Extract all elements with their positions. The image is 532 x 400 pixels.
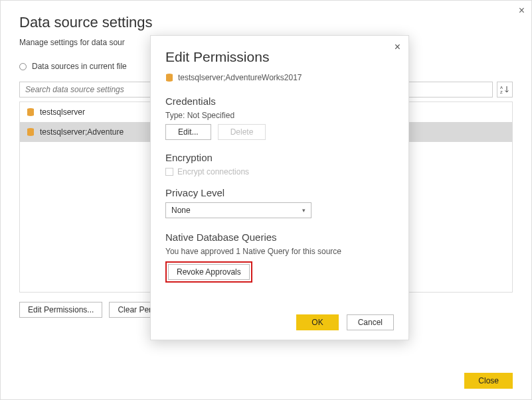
- data-source-label: testsqlserver: [40, 107, 85, 117]
- encryption-heading: Encryption: [165, 152, 394, 163]
- scope-radio-label: Data sources in current file: [32, 62, 127, 71]
- edit-permissions-dialog: × Edit Permissions testsqlserver;Adventu…: [150, 35, 409, 340]
- privacy-level-select[interactable]: None ▾: [165, 202, 311, 218]
- svg-text:Z: Z: [500, 90, 503, 94]
- chevron-down-icon: ▾: [302, 207, 306, 214]
- dialog-title: Edit Permissions: [165, 49, 394, 65]
- svg-text:A: A: [500, 86, 503, 90]
- checkbox-icon: [165, 168, 173, 176]
- revoke-approvals-button[interactable]: Revoke Approvals: [168, 264, 250, 280]
- close-icon[interactable]: ×: [519, 5, 525, 17]
- native-queries-note: You have approved 1 Native Query for thi…: [165, 247, 394, 256]
- credentials-type: Type: Not Specified: [165, 111, 394, 120]
- database-icon: [27, 107, 35, 117]
- dialog-entity: testsqlserver;AdventureWorks2017: [165, 73, 394, 82]
- encrypt-connections-label: Encrypt connections: [177, 167, 249, 176]
- revoke-approvals-highlight: Revoke Approvals: [165, 261, 252, 283]
- dialog-close-icon[interactable]: ×: [395, 41, 400, 53]
- edit-credentials-button[interactable]: Edit...: [165, 124, 211, 140]
- privacy-level-heading: Privacy Level: [165, 187, 394, 198]
- ok-button[interactable]: OK: [296, 314, 338, 330]
- encrypt-connections-checkbox: Encrypt connections: [165, 167, 394, 176]
- delete-credentials-button: Delete: [218, 124, 266, 140]
- page-title: Data source settings: [19, 14, 513, 31]
- database-icon: [27, 127, 35, 137]
- privacy-level-value: None: [171, 206, 191, 215]
- radio-icon: [19, 63, 27, 70]
- close-button[interactable]: Close: [464, 373, 513, 389]
- credentials-heading: Credentials: [165, 96, 394, 107]
- sort-az-icon: A Z: [500, 85, 509, 94]
- data-source-label: testsqlserver;Adventure: [40, 127, 124, 137]
- sort-button[interactable]: A Z: [497, 82, 513, 98]
- native-queries-heading: Native Database Queries: [165, 232, 394, 243]
- dialog-entity-label: testsqlserver;AdventureWorks2017: [178, 73, 302, 82]
- cancel-button[interactable]: Cancel: [347, 314, 394, 330]
- database-icon: [165, 73, 173, 82]
- edit-permissions-button[interactable]: Edit Permissions...: [19, 302, 102, 318]
